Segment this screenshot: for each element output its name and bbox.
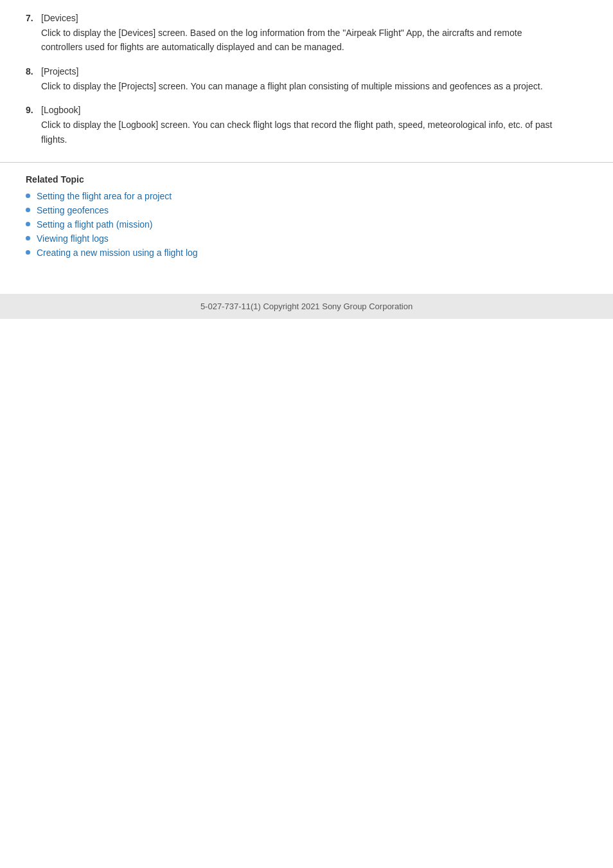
related-link-item-3: Setting a flight path (mission) <box>26 219 587 230</box>
related-link-5[interactable]: Creating a new mission using a flight lo… <box>37 248 198 258</box>
bullet-dot-2 <box>26 208 30 212</box>
section-9-number: 9. <box>26 105 39 115</box>
bullet-dot-5 <box>26 250 30 255</box>
bullet-dot-1 <box>26 194 30 198</box>
related-link-3[interactable]: Setting a flight path (mission) <box>37 219 153 230</box>
section-9-header: 9. [Logbook] <box>26 105 553 115</box>
section-divider <box>0 162 613 163</box>
footer-bar: 5-027-737-11(1) Copyright 2021 Sony Grou… <box>0 294 613 319</box>
section-7-number: 7. <box>26 13 39 23</box>
section-7: 7. [Devices] Click to display the [Devic… <box>26 13 553 55</box>
related-link-2[interactable]: Setting geofences <box>37 205 109 215</box>
related-link-item-2: Setting geofences <box>26 205 587 215</box>
related-link-item-5: Creating a new mission using a flight lo… <box>26 248 587 258</box>
related-link-1[interactable]: Setting the flight area for a project <box>37 191 172 201</box>
related-topic-section: Related Topic Setting the flight area fo… <box>0 174 613 275</box>
section-7-body: Click to display the [Devices] screen. B… <box>26 26 553 55</box>
bullet-dot-3 <box>26 222 30 226</box>
section-7-header: 7. [Devices] <box>26 13 553 23</box>
related-link-item-1: Setting the flight area for a project <box>26 191 587 201</box>
related-links-list: Setting the flight area for a project Se… <box>26 191 587 258</box>
section-8: 8. [Projects] Click to display the [Proj… <box>26 66 553 93</box>
related-link-4[interactable]: Viewing flight logs <box>37 233 109 244</box>
section-8-title: [Projects] <box>41 66 78 77</box>
footer-text: 5-027-737-11(1) Copyright 2021 Sony Grou… <box>200 302 413 311</box>
related-topic-heading: Related Topic <box>26 174 587 185</box>
section-8-header: 8. [Projects] <box>26 66 553 77</box>
section-8-body: Click to display the [Projects] screen. … <box>26 79 553 93</box>
related-link-item-4: Viewing flight logs <box>26 233 587 244</box>
section-7-title: [Devices] <box>41 13 78 23</box>
section-9-body: Click to display the [Logbook] screen. Y… <box>26 118 553 147</box>
section-9-title: [Logbook] <box>41 105 81 115</box>
section-9: 9. [Logbook] Click to display the [Logbo… <box>26 105 553 147</box>
section-8-number: 8. <box>26 66 39 77</box>
main-content: 7. [Devices] Click to display the [Devic… <box>0 0 578 147</box>
bullet-dot-4 <box>26 236 30 240</box>
